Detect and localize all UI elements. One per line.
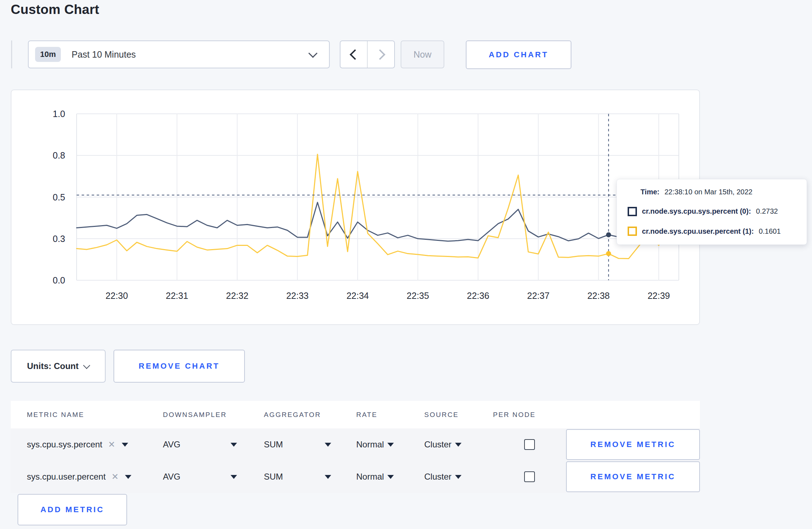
rate-select[interactable]: Normal <box>356 472 384 482</box>
svg-text:0.8: 0.8 <box>53 150 65 160</box>
chart-tooltip: Time: 22:38:10 on Mar 15th, 2022 cr.node… <box>617 179 807 245</box>
svg-text:1.0: 1.0 <box>53 109 65 119</box>
per-node-checkbox[interactable] <box>524 471 535 482</box>
chevron-down-icon[interactable] <box>325 475 331 479</box>
col-per-node: PER NODE <box>493 411 566 419</box>
metric-row: sys.cpu.user.percent ✕ AVG SUM Normal Cl… <box>11 461 700 493</box>
toolbar: 10m Past 10 Minutes Now ADD CHART <box>11 40 571 69</box>
col-metric-name: METRIC NAME <box>27 411 163 419</box>
svg-text:0.0: 0.0 <box>53 275 65 285</box>
col-source: SOURCE <box>424 411 493 419</box>
chevron-down-icon[interactable] <box>125 475 131 479</box>
metrics-table: METRIC NAME DOWNSAMPLER AGGREGATOR RATE … <box>11 401 700 493</box>
tooltip-time-label: Time: <box>641 188 659 196</box>
svg-text:22:39: 22:39 <box>648 291 670 301</box>
col-rate: RATE <box>356 411 424 419</box>
units-label: Units: Count <box>27 361 79 371</box>
chevron-down-icon[interactable] <box>231 443 237 447</box>
timescale-badge: 10m <box>35 47 61 62</box>
col-downsampler: DOWNSAMPLER <box>163 411 264 419</box>
svg-text:22:38: 22:38 <box>587 291 610 301</box>
page-title: Custom Chart <box>11 2 99 17</box>
chevron-down-icon[interactable] <box>231 475 237 479</box>
clear-metric-icon[interactable]: ✕ <box>108 440 115 450</box>
now-button[interactable]: Now <box>401 40 444 68</box>
add-chart-button[interactable]: ADD CHART <box>466 40 571 69</box>
svg-text:0.3: 0.3 <box>53 234 65 244</box>
tooltip-series-label: cr.node.sys.cpu.user.percent (1): <box>642 227 754 236</box>
source-select[interactable]: Cluster <box>424 472 451 482</box>
metric-name-select[interactable]: sys.cpu.sys.percent <box>27 440 102 450</box>
chevron-down-icon[interactable] <box>455 443 461 447</box>
svg-text:22:34: 22:34 <box>347 291 369 301</box>
downsampler-select[interactable]: AVG <box>163 472 180 482</box>
sys-series-swatch-icon <box>628 207 637 216</box>
chart-card: 1.00.80.50.30.022:3022:3122:3222:3322:34… <box>11 89 700 325</box>
chevron-down-icon <box>308 49 317 58</box>
col-aggregator: AGGREGATOR <box>264 411 356 419</box>
clear-metric-icon[interactable]: ✕ <box>111 472 119 482</box>
units-dropdown[interactable]: Units: Count <box>11 350 106 383</box>
svg-text:22:32: 22:32 <box>226 291 248 301</box>
cpu-usage-chart[interactable]: 1.00.80.50.30.022:3022:3122:3222:3322:34… <box>11 90 701 325</box>
svg-text:22:33: 22:33 <box>286 291 309 301</box>
chevron-down-icon[interactable] <box>325 443 331 447</box>
svg-text:22:30: 22:30 <box>106 291 128 301</box>
metrics-table-header: METRIC NAME DOWNSAMPLER AGGREGATOR RATE … <box>11 401 700 428</box>
svg-text:0.5: 0.5 <box>53 192 65 202</box>
remove-metric-button[interactable]: REMOVE METRIC <box>566 429 700 460</box>
rate-select[interactable]: Normal <box>356 440 384 450</box>
downsampler-select[interactable]: AVG <box>163 440 180 450</box>
remove-metric-button[interactable]: REMOVE METRIC <box>566 461 700 492</box>
next-time-button[interactable] <box>368 41 394 68</box>
svg-text:22:36: 22:36 <box>467 291 489 301</box>
chevron-down-icon[interactable] <box>387 443 394 447</box>
svg-text:22:31: 22:31 <box>166 291 188 301</box>
timescale-dropdown[interactable]: 10m Past 10 Minutes <box>28 40 330 68</box>
tooltip-series-label: cr.node.sys.cpu.sys.percent (0): <box>642 207 751 215</box>
chevron-left-icon <box>349 49 360 60</box>
toolbar-divider <box>11 40 12 68</box>
user-series-swatch-icon <box>628 227 637 236</box>
tooltip-time-value: 22:38:10 on Mar 15th, 2022 <box>664 188 753 196</box>
metric-row: sys.cpu.sys.percent ✕ AVG SUM Normal Clu… <box>11 428 700 461</box>
metric-name-select[interactable]: sys.cpu.user.percent <box>27 472 106 482</box>
chevron-down-icon[interactable] <box>455 475 461 479</box>
per-node-checkbox[interactable] <box>524 439 535 450</box>
timescale-label: Past 10 Minutes <box>72 49 136 60</box>
add-metric-button[interactable]: ADD METRIC <box>18 494 127 525</box>
prev-time-button[interactable] <box>340 41 368 68</box>
chevron-right-icon <box>374 49 385 60</box>
chevron-down-icon[interactable] <box>122 443 128 447</box>
time-step-buttons <box>340 40 395 68</box>
chevron-down-icon[interactable] <box>387 475 394 479</box>
chevron-down-icon <box>83 362 91 369</box>
source-select[interactable]: Cluster <box>424 440 451 450</box>
custom-chart-page: Custom Chart 10m Past 10 Minutes Now ADD… <box>0 0 812 529</box>
aggregator-select[interactable]: SUM <box>264 440 283 450</box>
svg-text:22:37: 22:37 <box>527 291 550 301</box>
aggregator-select[interactable]: SUM <box>264 472 283 482</box>
tooltip-series-value: 0.2732 <box>756 207 778 215</box>
remove-chart-button[interactable]: REMOVE CHART <box>113 350 245 383</box>
svg-text:22:35: 22:35 <box>407 291 429 301</box>
metrics-table-body: sys.cpu.sys.percent ✕ AVG SUM Normal Clu… <box>11 428 700 493</box>
tooltip-series-value: 0.1601 <box>759 227 780 236</box>
